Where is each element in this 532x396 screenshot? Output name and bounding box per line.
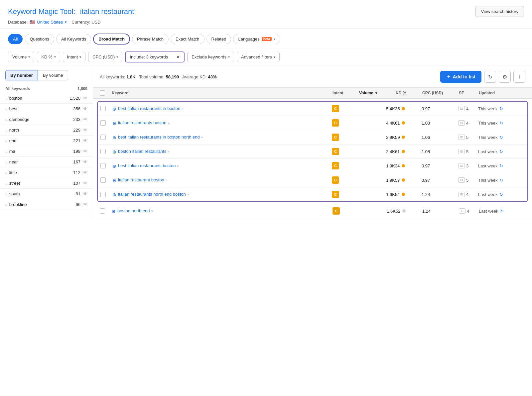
- view-history-button[interactable]: View search history: [475, 6, 524, 17]
- refresh-row-icon[interactable]: ↻: [499, 135, 503, 140]
- keyword-label: boston: [9, 96, 22, 101]
- row-checkbox[interactable]: [100, 106, 112, 111]
- sidebar-item[interactable]: › ma 199 👁: [0, 146, 93, 157]
- total-vol-value: 58,190: [166, 74, 179, 79]
- all-keywords-header: All keywords: [5, 86, 30, 91]
- refresh-row-icon[interactable]: ↻: [499, 192, 503, 197]
- sidebar-item[interactable]: › brookline 66 👁: [0, 199, 93, 210]
- refresh-row-icon[interactable]: ↻: [499, 178, 503, 183]
- eye-icon[interactable]: 👁: [83, 117, 87, 122]
- eye-icon[interactable]: 👁: [83, 138, 87, 143]
- sort-by-number-button[interactable]: By number: [5, 70, 38, 80]
- eye-icon[interactable]: 👁: [83, 106, 87, 111]
- refresh-row-icon[interactable]: ↻: [499, 106, 503, 111]
- refresh-button[interactable]: ↻: [484, 71, 496, 83]
- sidebar-item[interactable]: › street 107 👁: [0, 178, 93, 189]
- refresh-row-icon[interactable]: ↻: [499, 163, 503, 168]
- keyword-link[interactable]: ⊕ best italian restaurants in boston »: [112, 106, 332, 112]
- tab-all[interactable]: All: [8, 34, 23, 44]
- eye-icon[interactable]: 👁: [83, 149, 87, 154]
- eye-icon[interactable]: 👁: [83, 96, 87, 101]
- add-keyword-icon[interactable]: ⊕: [112, 149, 116, 154]
- keyword-col-header[interactable]: Keyword: [112, 91, 332, 95]
- cpc-filter[interactable]: CPC (USD) ▾: [88, 52, 122, 62]
- keyword-link[interactable]: ⊕ boston italian restaurants »: [112, 149, 332, 154]
- keyword-link[interactable]: ⊕ best italian restaurants boston »: [112, 163, 332, 169]
- volume-cell: 1.9K: [358, 163, 395, 168]
- row-checkbox[interactable]: [100, 177, 112, 183]
- tab-all-keywords[interactable]: All Keywords: [56, 34, 91, 44]
- sidebar-item[interactable]: › best 356 👁: [0, 104, 93, 114]
- intent-col-header[interactable]: Intent: [332, 91, 359, 95]
- eye-icon[interactable]: 👁: [83, 159, 87, 164]
- refresh-row-icon[interactable]: ↻: [499, 149, 503, 154]
- sort-by-volume-button[interactable]: By volume: [38, 70, 68, 80]
- plus-icon: ＋: [446, 74, 451, 80]
- sf-col-header[interactable]: SF: [459, 91, 479, 95]
- sidebar-item[interactable]: › boston 1,520 👁: [0, 93, 93, 104]
- select-all-checkbox[interactable]: [100, 90, 112, 96]
- sidebar-item[interactable]: › south 81 👁: [0, 189, 93, 199]
- chevron-icon[interactable]: ▾: [65, 20, 67, 24]
- sidebar-item[interactable]: › end 221 👁: [0, 136, 93, 146]
- kd-indicator: [402, 164, 405, 167]
- keyword-link[interactable]: ⊕ boston north end »: [112, 208, 332, 214]
- row-checkbox[interactable]: [100, 208, 112, 214]
- row-checkbox[interactable]: [100, 135, 112, 140]
- intent-filter[interactable]: Intent ▾: [63, 52, 86, 62]
- export-button[interactable]: ↑: [513, 71, 525, 83]
- eye-icon[interactable]: 👁: [83, 181, 87, 186]
- kd-col-header[interactable]: KD %: [396, 91, 422, 95]
- row-checkbox[interactable]: [100, 149, 112, 154]
- eye-icon[interactable]: 👁: [83, 202, 87, 207]
- sf-icon: ⊡: [459, 208, 466, 214]
- sidebar-item[interactable]: › cambridge 233 👁: [0, 114, 93, 125]
- intent-label: Intent: [67, 54, 78, 59]
- add-keyword-icon[interactable]: ⊕: [112, 135, 116, 140]
- tab-questions[interactable]: Questions: [25, 34, 54, 44]
- eye-icon[interactable]: 👁: [83, 191, 87, 196]
- add-keyword-icon[interactable]: ⊕: [112, 121, 116, 126]
- kd-filter[interactable]: KD % ▾: [37, 52, 60, 62]
- keyword-link[interactable]: ⊕ italian restaurants north end boston »: [112, 192, 332, 197]
- intent-badge: C: [332, 207, 340, 215]
- updated-col-header[interactable]: Updated: [479, 91, 525, 95]
- keyword-label: best: [9, 106, 18, 111]
- keyword-link[interactable]: ⊕ italian restaurants boston »: [112, 120, 332, 126]
- exclude-keywords-filter[interactable]: Exclude keywords ▾: [187, 52, 234, 62]
- chevron-down-icon: ▾: [116, 55, 118, 59]
- volume-col-header[interactable]: Volume ▼: [359, 91, 396, 95]
- advanced-filters-button[interactable]: Advanced filters ▾: [237, 52, 280, 62]
- refresh-row-icon[interactable]: ↻: [499, 121, 503, 126]
- include-close-button[interactable]: ✕: [172, 52, 184, 62]
- keyword-link[interactable]: ⊕ best italian restaurants in boston nor…: [112, 135, 332, 140]
- database-dropdown[interactable]: United States: [37, 20, 63, 25]
- checkbox-all[interactable]: [100, 90, 105, 96]
- row-checkbox[interactable]: [100, 192, 112, 197]
- add-keyword-icon[interactable]: ⊕: [112, 192, 116, 197]
- refresh-row-icon[interactable]: ↻: [500, 209, 504, 214]
- tab-languages[interactable]: Languages beta ▾: [233, 34, 280, 44]
- settings-button[interactable]: ⚙: [499, 71, 511, 83]
- cpc-col-header[interactable]: CPC (USD): [422, 91, 459, 95]
- tab-phrase-match[interactable]: Phrase Match: [132, 34, 169, 44]
- sidebar-item[interactable]: › near 167 👁: [0, 157, 93, 167]
- row-checkbox[interactable]: [100, 163, 112, 168]
- updated-text: This week: [478, 106, 498, 111]
- volume-filter[interactable]: Volume ▾: [8, 52, 34, 62]
- tab-related[interactable]: Related: [206, 34, 231, 44]
- table-header-row: Keyword Intent Volume ▼ KD % CPC (USD) S…: [93, 88, 532, 99]
- tab-exact-match[interactable]: Exact Match: [171, 34, 204, 44]
- add-keyword-icon[interactable]: ⊕: [112, 106, 116, 112]
- sidebar-item[interactable]: › north 229 👁: [0, 125, 93, 136]
- add-keyword-icon[interactable]: ⊕: [112, 209, 116, 214]
- eye-icon[interactable]: 👁: [83, 170, 87, 175]
- tab-broad-match[interactable]: Broad Match: [93, 34, 130, 45]
- add-keyword-icon[interactable]: ⊕: [112, 163, 116, 169]
- eye-icon[interactable]: 👁: [83, 128, 87, 133]
- keyword-link[interactable]: ⊕ italian restaurant boston »: [112, 177, 332, 183]
- add-to-list-button[interactable]: ＋ Add to list: [440, 71, 481, 83]
- add-keyword-icon[interactable]: ⊕: [112, 178, 116, 183]
- row-checkbox[interactable]: [100, 120, 112, 126]
- sidebar-item[interactable]: › little 112 👁: [0, 167, 93, 178]
